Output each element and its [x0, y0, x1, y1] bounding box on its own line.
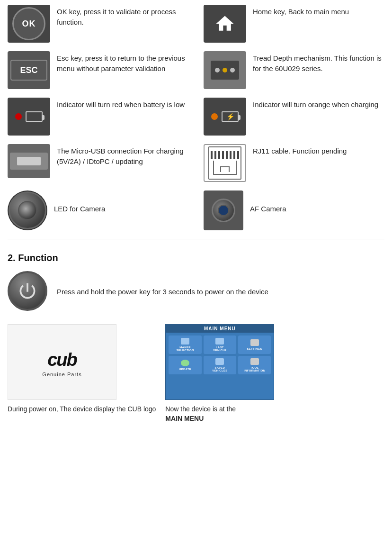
cub-logo-text: cub: [47, 347, 77, 370]
tread-visual: [211, 61, 239, 80]
cub-logo-image: cub Genuine Parts: [8, 324, 116, 400]
battery-low-desc: Indicator will turn red when battery is …: [57, 98, 204, 110]
battery-low-icon: [8, 98, 50, 136]
rj11-icon: [204, 144, 246, 182]
col-led: LED for Camera: [8, 190, 204, 230]
cub-b: b: [67, 350, 77, 370]
cub-c: c: [47, 350, 56, 370]
power-button-visual: [8, 271, 47, 311]
tread-dot-center: [223, 68, 227, 73]
led-camera-icon: [8, 190, 47, 230]
ok-label: OK: [22, 19, 36, 29]
row-led-af: LED for Camera AF Camera: [8, 190, 384, 230]
ok-button-visual: OK: [12, 7, 45, 40]
images-row: cub Genuine Parts During power on, The d…: [8, 324, 384, 423]
col-charging: ⚡ Indicator will turn orange when chargi…: [204, 98, 384, 136]
col-tread: Tread Depth mechanism. This function is …: [204, 51, 384, 89]
row-esc-tread: ESC Esc key, press it to return to the p…: [8, 51, 384, 89]
red-indicator: [15, 113, 22, 120]
mm-grid: MAKERSELECTION LASTVEHICLE SETTINGS UPDA…: [166, 333, 274, 377]
micro-usb-icon: [8, 144, 50, 178]
mm-item-update: UPDATE: [169, 356, 201, 374]
tread-depth-desc: Tread Depth mechanism. This function is …: [253, 51, 384, 74]
charging-icon: ⚡: [204, 98, 246, 136]
power-svg: [17, 281, 38, 301]
charging-visual: ⚡: [211, 111, 239, 122]
cub-caption: During power on, The device display the …: [8, 405, 156, 414]
update-icon: [181, 360, 189, 366]
micro-usb-desc: The Micro-USB connection For charging (5…: [57, 144, 204, 167]
orange-indicator: [211, 113, 218, 120]
tread-dot-left: [215, 68, 220, 73]
esc-key-icon: ESC: [8, 51, 50, 89]
col-home: Home key, Back to main menu: [204, 5, 384, 43]
cub-logo-block: cub Genuine Parts During power on, The d…: [8, 324, 156, 423]
tool-info-label: TOOLINFORMATION: [244, 366, 265, 372]
rj11-top-visual: [211, 151, 239, 159]
cub-u: u: [56, 350, 66, 370]
row-usb-rj11: The Micro-USB connection For charging (5…: [8, 144, 384, 182]
mm-item-tool: TOOLINFORMATION: [238, 356, 271, 374]
home-key-desc: Home key, Back to main menu: [253, 5, 384, 17]
mm-title: MAIN MENU: [166, 325, 274, 333]
menu-caption-line1: Now the device is at the: [165, 405, 274, 414]
main-menu-box: MAIN MENU MAKERSELECTION LASTVEHICLE SET…: [165, 324, 274, 400]
col-battery: Indicator will turn red when battery is …: [8, 98, 204, 136]
usb-port-visual: [17, 157, 41, 165]
tread-dot-right: [230, 68, 235, 73]
home-key-icon: [204, 5, 246, 43]
esc-label: ESC: [20, 65, 37, 75]
rj11-desc: RJ11 cable. Function pending: [253, 144, 384, 156]
tread-depth-icon: [204, 51, 246, 89]
led-camera-desc: LED for Camera: [54, 190, 204, 214]
main-menu-image: MAIN MENU MAKERSELECTION LASTVEHICLE SET…: [165, 324, 274, 400]
mm-item-maker: MAKERSELECTION: [169, 336, 201, 354]
rj11-notch: [220, 166, 230, 172]
col-usb: The Micro-USB connection For charging (5…: [8, 144, 204, 178]
home-button-visual: [211, 9, 239, 38]
af-lens-inner: [218, 205, 229, 216]
usb-visual: [10, 153, 48, 170]
ok-key-desc: OK key, press it to validate or process …: [57, 5, 204, 27]
power-key-desc: Press and hold the power key for 3 secon…: [57, 285, 384, 297]
menu-caption-line2: MAIN MENU: [165, 414, 274, 424]
menu-caption: Now the device is at the MAIN MENU: [165, 405, 274, 423]
row-battery-charging: Indicator will turn red when battery is …: [8, 98, 384, 136]
home-svg: [214, 13, 235, 34]
battery-visual: [15, 111, 43, 122]
rj11-body-visual: [213, 161, 237, 175]
esc-key-desc: Esc key, press it to return to the previ…: [57, 51, 204, 74]
led-visual: [9, 191, 46, 229]
mm-item-last: LASTVEHICLE: [204, 336, 236, 354]
saved-vehicles-label: SAVEDVEHICLES: [212, 366, 227, 372]
af-camera-desc: AF Camera: [250, 190, 384, 214]
settings-label: SETTINGS: [247, 347, 262, 350]
cub-logo-box: cub Genuine Parts: [8, 324, 116, 400]
mm-item-saved: SAVEDVEHICLES: [204, 356, 236, 374]
col-af: AF Camera: [204, 190, 384, 230]
row-ok-home: OK OK key, press it to validate or proce…: [8, 5, 384, 43]
update-label: UPDATE: [179, 368, 191, 371]
section2-title: 2. Function: [8, 253, 384, 263]
charge-symbol: ⚡: [222, 111, 239, 122]
col-rj11: RJ11 cable. Function pending: [204, 144, 384, 182]
last-vehicle-label: LASTVEHICLE: [213, 346, 226, 352]
col-ok: OK OK key, press it to validate or proce…: [8, 5, 204, 43]
saved-vehicles-icon: [215, 358, 224, 365]
mm-item-settings: SETTINGS: [238, 336, 271, 354]
charging-desc: Indicator will turn orange when charging: [253, 98, 384, 110]
af-camera-icon: [204, 190, 243, 230]
cub-sub-text: Genuine Parts: [42, 372, 81, 377]
section-divider: [8, 239, 384, 239]
main-menu-block: MAIN MENU MAKERSELECTION LASTVEHICLE SET…: [165, 324, 274, 423]
rj11-visual: [208, 146, 241, 180]
esc-button-visual: ESC: [10, 60, 47, 81]
last-vehicle-icon: [215, 338, 224, 345]
ok-key-icon: OK: [8, 5, 50, 43]
tool-info-icon: [250, 358, 259, 365]
battery-symbol: [26, 111, 43, 122]
settings-icon: [250, 339, 259, 346]
maker-selection-icon: [181, 338, 189, 345]
charge-bolt: ⚡: [226, 113, 234, 120]
af-lens: [212, 199, 235, 222]
